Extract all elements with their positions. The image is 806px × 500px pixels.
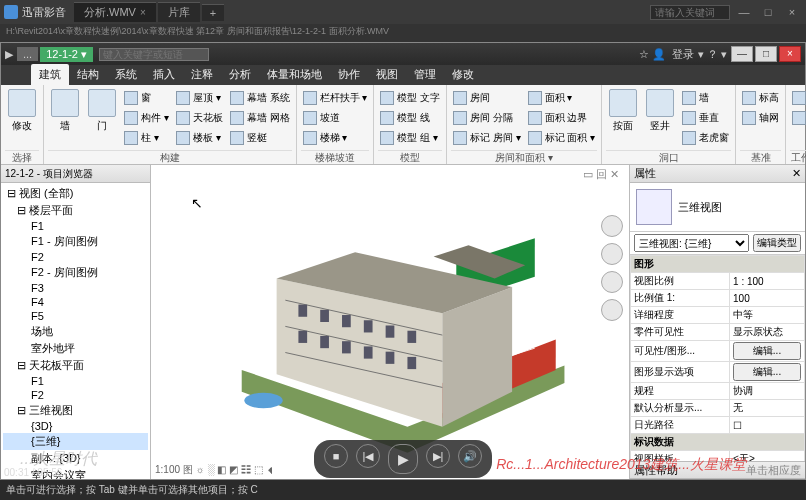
browser-tree[interactable]: ⊟ 视图 (全部)⊟ 楼层平面F1F1 - 房间图例F2F2 - 房间图例F3F… [1, 183, 150, 479]
tree-node[interactable]: F2 [3, 388, 148, 402]
ribbon-button[interactable]: 构件 ▾ [122, 108, 171, 127]
app-min-icon[interactable]: — [731, 46, 753, 62]
property-row[interactable]: 日光路径☐ [631, 417, 805, 434]
ribbon-button[interactable]: 幕墙 网格 [228, 108, 292, 127]
ribbon-tab[interactable]: 插入 [145, 64, 183, 85]
ribbon-button[interactable]: 设置 [790, 88, 806, 107]
viewport-3d[interactable]: ▭ 回 ✕ ↖ [151, 165, 630, 479]
maximize-icon[interactable]: □ [758, 6, 778, 18]
ribbon-tab[interactable]: 结构 [69, 64, 107, 85]
edit-button[interactable]: 编辑... [733, 363, 801, 381]
ribbon-button[interactable]: 柱 ▾ [122, 128, 171, 147]
minimize-icon[interactable]: — [734, 6, 754, 18]
property-row[interactable]: 图形显示选项编辑... [631, 362, 805, 383]
nav-wheel-icon[interactable] [601, 243, 623, 265]
edit-type-button[interactable]: 编辑类型 [753, 234, 801, 252]
ribbon-tab[interactable]: 建筑 [31, 64, 69, 85]
ribbon-tab[interactable]: 管理 [406, 64, 444, 85]
app-search-input[interactable] [99, 48, 209, 61]
ribbon-tab[interactable]: 分析 [221, 64, 259, 85]
ribbon-button[interactable]: 幕墙 系统 [228, 88, 292, 107]
shaft-button[interactable]: 竖井 [643, 87, 677, 150]
ribbon-button[interactable]: 面积 ▾ [526, 88, 598, 107]
nav-home-icon[interactable] [601, 271, 623, 293]
tree-node[interactable]: F3 [3, 281, 148, 295]
properties-table[interactable]: 图形视图比例1 : 100比例值 1:100详细程度中等零件可见性显示原状态可见… [630, 255, 805, 461]
property-row[interactable]: 详细程度中等 [631, 307, 805, 324]
ribbon-tab[interactable]: 体量和场地 [259, 64, 330, 85]
volume-button[interactable]: 🔊 [458, 444, 482, 468]
ribbon-button[interactable]: 显示 [790, 108, 806, 127]
viewcube-icon[interactable] [601, 215, 623, 237]
qat-crumb[interactable]: ... [17, 47, 38, 61]
panel-close-icon[interactable]: ✕ [792, 167, 801, 180]
login-button[interactable]: 登录 [672, 47, 694, 62]
player-tab[interactable]: 分析.WMV× [74, 2, 156, 22]
ribbon-tab[interactable]: 修改 [444, 64, 482, 85]
ribbon-tab[interactable]: 注释 [183, 64, 221, 85]
add-tab-button[interactable]: + [202, 4, 224, 21]
tree-node[interactable]: F1 - 房间图例 [3, 233, 148, 250]
tree-node[interactable]: 室外地坪 [3, 340, 148, 357]
arrow-button[interactable]: 修改 [5, 87, 39, 150]
door-button[interactable]: 门 [85, 87, 119, 150]
next-button[interactable]: ▶| [426, 444, 450, 468]
ribbon-button[interactable]: 房间 分隔 [451, 108, 523, 127]
property-row[interactable]: 默认分析显示...无 [631, 400, 805, 417]
app-max-icon[interactable]: □ [755, 46, 777, 62]
tree-node[interactable]: {三维} [3, 433, 148, 450]
ribbon-button[interactable]: 面积 边界 [526, 108, 598, 127]
ribbon-button[interactable]: 标高 [740, 88, 781, 107]
player-search-input[interactable] [650, 5, 730, 20]
play-button[interactable]: ▶ [388, 444, 418, 474]
tree-node[interactable]: {3D} [3, 419, 148, 433]
view-control-bar[interactable]: 1:100 图 ☼ ░ ◧ ◩ ☷ ⬚ ⏴ [155, 463, 276, 477]
ribbon-button[interactable]: 楼梯 ▾ [301, 128, 370, 147]
tree-node[interactable]: F2 [3, 250, 148, 264]
ribbon-button[interactable]: 模型 组 ▾ [378, 128, 442, 147]
ribbon-tab[interactable]: 视图 [368, 64, 406, 85]
prev-button[interactable]: |◀ [356, 444, 380, 468]
viewcube-controls[interactable] [601, 215, 623, 321]
ribbon-button[interactable]: 天花板 [174, 108, 225, 127]
property-row[interactable]: 规程协调 [631, 383, 805, 400]
app-close-icon[interactable]: × [779, 46, 801, 62]
view-window-controls[interactable]: ▭ 回 ✕ [583, 167, 619, 182]
tree-node[interactable]: F5 [3, 309, 148, 323]
face-button[interactable]: 按面 [606, 87, 640, 150]
player-tab[interactable]: 片库 [158, 2, 200, 22]
close-icon[interactable]: × [140, 7, 146, 18]
nav-pan-icon[interactable] [601, 299, 623, 321]
ribbon-tab[interactable]: 协作 [330, 64, 368, 85]
tree-node[interactable]: F2 - 房间图例 [3, 264, 148, 281]
property-row[interactable]: 可见性/图形...编辑... [631, 341, 805, 362]
ribbon-button[interactable]: 老虎窗 [680, 128, 731, 147]
qat-crumb[interactable]: 12-1-2 ▾ [40, 47, 93, 62]
edit-button[interactable]: 编辑... [733, 342, 801, 360]
ribbon-button[interactable]: 垂直 [680, 108, 731, 127]
ribbon-button[interactable]: 标记 房间 ▾ [451, 128, 523, 147]
type-selector[interactable]: 三维视图: {三维} [634, 234, 749, 252]
tree-node[interactable]: ⊟ 三维视图 [3, 402, 148, 419]
tree-node[interactable]: F4 [3, 295, 148, 309]
ribbon-button[interactable]: 房间 [451, 88, 523, 107]
ribbon-button[interactable]: 模型 文字 [378, 88, 442, 107]
ribbon-button[interactable]: 屋顶 ▾ [174, 88, 225, 107]
wall-button[interactable]: 墙 [48, 87, 82, 150]
ribbon-button[interactable]: 竖梃 [228, 128, 292, 147]
ribbon-button[interactable]: 窗 [122, 88, 171, 107]
tree-node[interactable]: F1 [3, 219, 148, 233]
property-row[interactable]: 视图比例1 : 100 [631, 273, 805, 290]
tree-node[interactable]: F1 [3, 374, 148, 388]
property-row[interactable]: 比例值 1:100 [631, 290, 805, 307]
ribbon-button[interactable]: 栏杆扶手 ▾ [301, 88, 370, 107]
ribbon-button[interactable]: 轴网 [740, 108, 781, 127]
ribbon-button[interactable]: 墙 [680, 88, 731, 107]
ribbon-button[interactable]: 模型 线 [378, 108, 442, 127]
ribbon-tab[interactable]: 系统 [107, 64, 145, 85]
close-icon[interactable]: × [782, 6, 802, 18]
stop-button[interactable]: ■ [324, 444, 348, 468]
ribbon-button[interactable]: 坡道 [301, 108, 370, 127]
property-row[interactable]: 零件可见性显示原状态 [631, 324, 805, 341]
tree-node[interactable]: ⊟ 天花板平面 [3, 357, 148, 374]
